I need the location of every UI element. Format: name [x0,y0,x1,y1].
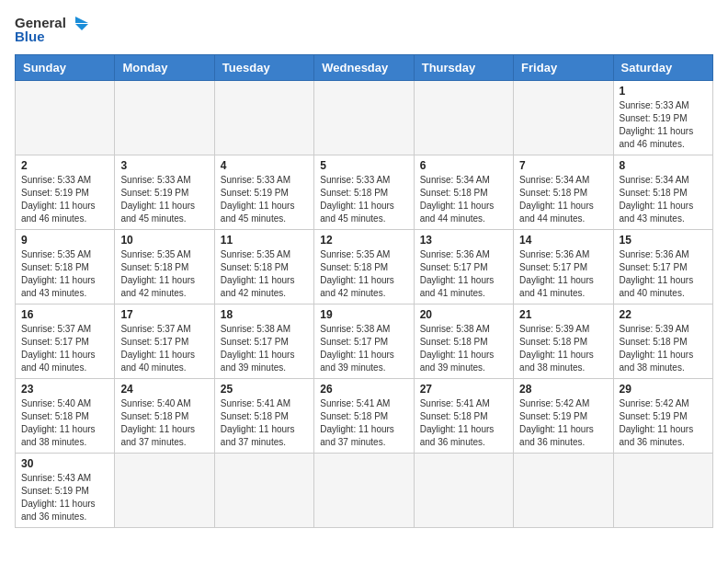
day-number: 10 [120,234,208,247]
day-number: 30 [21,457,108,470]
day-info: Sunrise: 5:36 AM Sunset: 5:17 PM Dayligh… [519,248,607,300]
day-info: Sunrise: 5:40 AM Sunset: 5:18 PM Dayligh… [21,397,108,449]
day-info: Sunrise: 5:43 AM Sunset: 5:19 PM Dayligh… [21,472,108,523]
day-number: 6 [420,159,507,172]
calendar-cell: 22Sunrise: 5:39 AM Sunset: 5:18 PM Dayli… [613,304,712,378]
day-number: 22 [620,308,707,321]
day-info: Sunrise: 5:35 AM Sunset: 5:18 PM Dayligh… [120,248,208,300]
calendar-cell-empty [514,453,613,527]
calendar-cell: 3Sunrise: 5:33 AM Sunset: 5:19 PM Daylig… [115,155,214,229]
calendar-cell: 4Sunrise: 5:33 AM Sunset: 5:19 PM Daylig… [214,155,313,229]
day-info: Sunrise: 5:34 AM Sunset: 5:18 PM Dayligh… [519,174,607,225]
calendar-cell [16,80,115,155]
calendar-row-1: 2Sunrise: 5:33 AM Sunset: 5:19 PM Daylig… [16,155,713,229]
day-info: Sunrise: 5:37 AM Sunset: 5:17 PM Dayligh… [120,323,208,374]
day-info: Sunrise: 5:33 AM Sunset: 5:19 PM Dayligh… [21,174,108,225]
calendar-cell-empty [414,453,513,527]
day-info: Sunrise: 5:42 AM Sunset: 5:19 PM Dayligh… [620,397,707,449]
day-number: 21 [519,308,607,321]
day-number: 14 [519,234,607,247]
logo-bird-icon [68,15,88,31]
weekday-header-row: Sunday Monday Tuesday Wednesday Thursday… [16,54,713,80]
day-info: Sunrise: 5:41 AM Sunset: 5:18 PM Dayligh… [320,397,407,449]
calendar-cell: 6Sunrise: 5:34 AM Sunset: 5:18 PM Daylig… [414,155,513,229]
calendar-cell: 16Sunrise: 5:37 AM Sunset: 5:17 PM Dayli… [16,304,115,378]
day-number: 7 [519,159,607,172]
calendar-cell [214,80,313,155]
header-friday: Friday [514,54,613,80]
day-info: Sunrise: 5:39 AM Sunset: 5:18 PM Dayligh… [620,323,707,374]
day-number: 23 [21,383,108,396]
calendar-cell: 12Sunrise: 5:35 AM Sunset: 5:18 PM Dayli… [314,229,414,304]
calendar-cell: 23Sunrise: 5:40 AM Sunset: 5:18 PM Dayli… [16,378,115,453]
calendar-cell: 7Sunrise: 5:34 AM Sunset: 5:18 PM Daylig… [514,155,613,229]
day-number: 5 [320,159,407,172]
calendar-cell-empty [613,453,712,527]
day-info: Sunrise: 5:35 AM Sunset: 5:18 PM Dayligh… [21,248,108,300]
calendar-cell [314,80,414,155]
day-info: Sunrise: 5:38 AM Sunset: 5:17 PM Dayligh… [221,323,308,374]
calendar-cell: 14Sunrise: 5:36 AM Sunset: 5:17 PM Dayli… [514,229,613,304]
day-info: Sunrise: 5:37 AM Sunset: 5:17 PM Dayligh… [21,323,108,374]
day-number: 3 [120,159,208,172]
day-info: Sunrise: 5:35 AM Sunset: 5:18 PM Dayligh… [320,248,407,300]
calendar-cell: 27Sunrise: 5:41 AM Sunset: 5:18 PM Dayli… [414,378,513,453]
day-info: Sunrise: 5:33 AM Sunset: 5:19 PM Dayligh… [620,99,707,151]
day-info: Sunrise: 5:38 AM Sunset: 5:17 PM Dayligh… [320,323,407,374]
day-number: 19 [320,308,407,321]
day-info: Sunrise: 5:34 AM Sunset: 5:18 PM Dayligh… [420,174,507,225]
day-info: Sunrise: 5:38 AM Sunset: 5:18 PM Dayligh… [420,323,507,374]
calendar-cell: 5Sunrise: 5:33 AM Sunset: 5:18 PM Daylig… [314,155,414,229]
calendar-cell: 10Sunrise: 5:35 AM Sunset: 5:18 PM Dayli… [115,229,214,304]
svg-marker-1 [75,24,88,30]
calendar-cell: 18Sunrise: 5:38 AM Sunset: 5:17 PM Dayli… [214,304,313,378]
day-number: 15 [620,234,707,247]
svg-marker-0 [75,17,88,23]
calendar-cell [514,80,613,155]
calendar-cell: 30Sunrise: 5:43 AM Sunset: 5:19 PM Dayli… [16,453,115,527]
day-info: Sunrise: 5:36 AM Sunset: 5:17 PM Dayligh… [420,248,507,300]
header-tuesday: Tuesday [214,54,313,80]
header-wednesday: Wednesday [314,54,414,80]
calendar-cell: 15Sunrise: 5:36 AM Sunset: 5:17 PM Dayli… [613,229,712,304]
day-info: Sunrise: 5:39 AM Sunset: 5:18 PM Dayligh… [519,323,607,374]
day-number: 13 [420,234,507,247]
calendar-cell: 19Sunrise: 5:38 AM Sunset: 5:17 PM Dayli… [314,304,414,378]
calendar-cell: 28Sunrise: 5:42 AM Sunset: 5:19 PM Dayli… [514,378,613,453]
day-number: 1 [620,85,707,98]
day-info: Sunrise: 5:36 AM Sunset: 5:17 PM Dayligh… [620,248,707,300]
calendar-cell-empty [115,453,214,527]
page-wrapper: General Blue Sunday Monday Tuesday Wedne… [15,15,713,528]
calendar-cell: 24Sunrise: 5:40 AM Sunset: 5:18 PM Dayli… [115,378,214,453]
calendar-row-5: 30Sunrise: 5:43 AM Sunset: 5:19 PM Dayli… [16,453,713,527]
calendar-cell: 9Sunrise: 5:35 AM Sunset: 5:18 PM Daylig… [16,229,115,304]
calendar-row-2: 9Sunrise: 5:35 AM Sunset: 5:18 PM Daylig… [16,229,713,304]
calendar-cell: 29Sunrise: 5:42 AM Sunset: 5:19 PM Dayli… [613,378,712,453]
calendar-cell: 17Sunrise: 5:37 AM Sunset: 5:17 PM Dayli… [115,304,214,378]
calendar-cell [115,80,214,155]
calendar-cell: 11Sunrise: 5:35 AM Sunset: 5:18 PM Dayli… [214,229,313,304]
day-number: 17 [120,308,208,321]
calendar-row-3: 16Sunrise: 5:37 AM Sunset: 5:17 PM Dayli… [16,304,713,378]
calendar-row-4: 23Sunrise: 5:40 AM Sunset: 5:18 PM Dayli… [16,378,713,453]
day-number: 24 [120,383,208,396]
logo-container: General Blue [15,15,88,45]
day-number: 11 [221,234,308,247]
day-number: 9 [21,234,108,247]
day-number: 12 [320,234,407,247]
calendar-cell-empty [214,453,313,527]
day-number: 27 [420,383,507,396]
day-info: Sunrise: 5:35 AM Sunset: 5:18 PM Dayligh… [221,248,308,300]
header-thursday: Thursday [414,54,513,80]
day-number: 16 [21,308,108,321]
day-info: Sunrise: 5:33 AM Sunset: 5:19 PM Dayligh… [221,174,308,225]
day-number: 20 [420,308,507,321]
calendar-cell: 2Sunrise: 5:33 AM Sunset: 5:19 PM Daylig… [16,155,115,229]
day-number: 2 [21,159,108,172]
logo: General Blue [15,15,88,45]
calendar-cell: 21Sunrise: 5:39 AM Sunset: 5:18 PM Dayli… [514,304,613,378]
day-info: Sunrise: 5:41 AM Sunset: 5:18 PM Dayligh… [420,397,507,449]
header-saturday: Saturday [613,54,712,80]
day-number: 26 [320,383,407,396]
calendar-cell: 8Sunrise: 5:34 AM Sunset: 5:18 PM Daylig… [613,155,712,229]
